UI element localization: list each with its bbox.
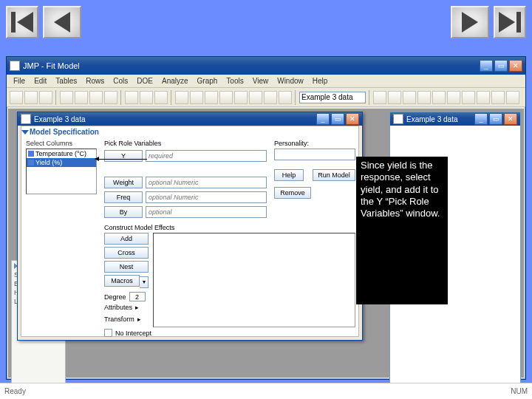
toolbar-button[interactable] [175,91,188,104]
model-spec-label: Model Specification [30,128,99,136]
toolbar-button[interactable] [125,91,138,104]
toolbar-button[interactable] [447,91,460,104]
menu-doe[interactable]: DOE [133,76,157,86]
weight-role-field[interactable]: optional Numeric [146,177,267,188]
close-button[interactable]: ✕ [509,60,522,72]
menu-tools[interactable]: Tools [222,76,247,86]
help-button[interactable]: Help [274,169,304,181]
macros-dropdown-icon[interactable]: ▾ [140,276,149,288]
freq-role-field[interactable]: optional Numeric [146,191,267,203]
close-button[interactable]: ✕ [504,113,517,125]
menu-help[interactable]: Help [309,76,332,86]
maximize-button[interactable]: ▭ [331,113,344,125]
menu-graph[interactable]: Graph [194,76,222,86]
column-item-temperature[interactable]: Temperature (°C) [27,149,96,158]
restore-button[interactable]: ▭ [494,60,508,72]
toolbar-button[interactable] [60,91,73,104]
toolbar-button[interactable] [506,91,519,104]
menu-cols[interactable]: Cols [109,76,132,86]
construct-effects-label: Construct Model Effects [104,224,174,231]
data-window-title: Example 3 data [406,115,458,123]
select-columns-list[interactable]: Temperature (°C) Yield (%) [26,149,97,194]
nav-prev-button[interactable] [43,6,81,38]
menu-rows[interactable]: Rows [82,76,108,86]
toolbar-button[interactable] [403,91,416,104]
tutorial-callout: Since yield is the response, select yiel… [356,157,448,304]
toolbar-button[interactable] [234,91,248,104]
toolbar-button[interactable] [279,91,292,104]
status-right: NUM [511,387,528,395]
status-bar: Ready NUM [0,383,532,399]
column-item-yield[interactable]: Yield (%) [27,158,96,167]
toolbar-button[interactable] [10,91,23,104]
toolbar-button[interactable] [89,91,103,104]
toolbar-button[interactable] [491,91,505,104]
minimize-button[interactable]: _ [480,60,493,72]
toolbar-button[interactable] [39,91,52,104]
continuous-icon [28,160,34,166]
attributes-dropdown-icon[interactable]: ▸ [135,304,139,311]
transform-dropdown-icon[interactable]: ▸ [137,316,141,323]
table-icon [393,114,403,124]
toolbar-button[interactable] [219,91,233,104]
toolbar-button[interactable] [264,91,277,104]
jmp-titlebar: JMP - Fit Model _ ▭ ✕ [7,57,525,75]
nav-next-button[interactable] [451,6,489,38]
toolbar-button[interactable] [462,91,475,104]
toolbar-button[interactable] [388,91,401,104]
minimize-button[interactable]: _ [316,113,330,125]
slide-nav [6,6,526,38]
toolbar-button[interactable] [140,91,153,104]
disclosure-icon [21,130,29,134]
toolbar-button[interactable] [190,91,203,104]
nav-last-button[interactable] [494,6,526,38]
by-role-button[interactable]: By [104,206,143,218]
cross-effect-button[interactable]: Cross [104,247,149,259]
toolbar-button[interactable] [104,91,117,104]
weight-role-button[interactable]: Weight [104,177,143,188]
toolbar-button[interactable] [417,91,431,104]
y-role-field[interactable]: required [146,150,267,162]
menu-view[interactable]: View [249,76,273,86]
toolbar-button[interactable] [477,91,490,104]
attributes-label: Attributes [104,304,132,311]
personality-select[interactable] [274,149,355,160]
fit-model-window: Example 3 data _ ▭ ✕ Model Specification… [17,112,363,341]
freq-role-button[interactable]: Freq [104,191,143,203]
model-spec-disclosure[interactable]: Model Specification [23,128,99,136]
nest-effect-button[interactable]: Nest [104,261,149,273]
add-effect-button[interactable]: Add [104,233,149,245]
no-intercept-checkbox[interactable] [104,329,112,337]
menu-file[interactable]: File [10,76,29,86]
toolbar-button[interactable] [24,91,38,104]
run-model-button[interactable]: Run Model [313,169,355,181]
window-icon [21,114,31,124]
toolbar-button[interactable] [154,91,168,104]
macros-button[interactable]: Macros [104,275,140,287]
model-effects-list[interactable] [153,233,355,327]
maximize-button[interactable]: ▭ [489,113,502,125]
toolbar: Example 3 data [7,88,525,107]
toolbar-button[interactable] [75,91,88,104]
by-role-field[interactable]: optional [146,206,267,218]
y-role-button[interactable]: Y [104,150,143,162]
nav-first-button[interactable] [6,6,38,38]
jmp-title: JMP - Fit Model [23,61,80,70]
close-button[interactable]: ✕ [346,113,359,125]
menu-tables[interactable]: Tables [52,76,81,86]
remove-button[interactable]: Remove [274,187,311,199]
menu-bar: File Edit Tables Rows Cols DOE Analyze G… [7,75,525,88]
toolbar-button[interactable] [249,91,262,104]
toolbar-button[interactable] [373,91,386,104]
menu-window[interactable]: Window [273,76,307,86]
fit-title: Example 3 data [34,115,86,123]
continuous-icon [28,151,34,157]
toolbar-button[interactable] [432,91,446,104]
toolbar-button[interactable] [205,91,218,104]
toolbar-doc-field[interactable]: Example 3 data [299,92,366,103]
minimize-button[interactable]: _ [474,113,488,125]
pick-role-label: Pick Role Variables [104,140,161,147]
menu-analyze[interactable]: Analyze [158,76,192,86]
menu-edit[interactable]: Edit [30,76,50,86]
degree-input[interactable] [129,292,146,301]
